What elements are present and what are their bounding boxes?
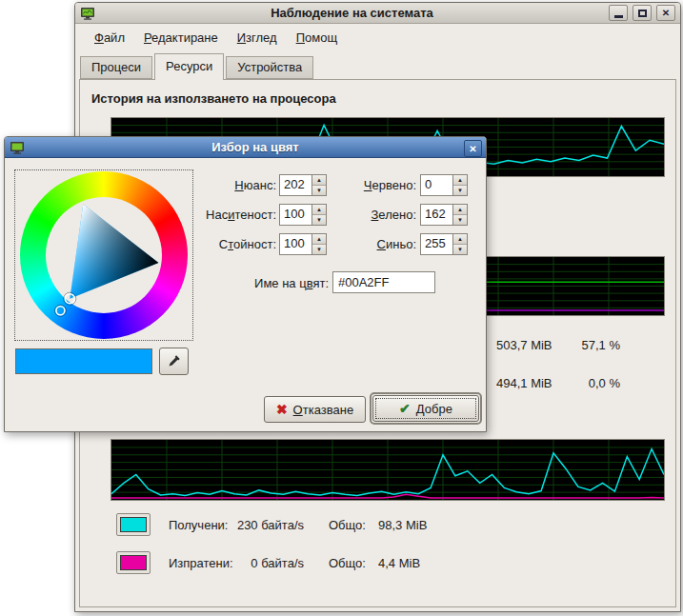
sent-color-swatch[interactable] xyxy=(116,551,151,574)
color-name-input[interactable]: #00A2FF xyxy=(332,271,435,293)
swap-used-value: 494,1 MiB xyxy=(496,376,552,390)
maximize-button[interactable] xyxy=(633,5,652,21)
received-value: 230 байта/s xyxy=(216,518,304,532)
saturation-down-button[interactable]: ▼ xyxy=(312,214,326,225)
eyedropper-icon xyxy=(167,354,181,368)
received-color-swatch[interactable] xyxy=(116,513,151,536)
color-preview xyxy=(15,348,152,374)
received-total-value: 98,3 MiB xyxy=(378,518,427,532)
ok-button[interactable]: ✔ Добре xyxy=(372,395,479,422)
hue-up-button[interactable]: ▲ xyxy=(312,175,326,185)
red-up-button[interactable]: ▲ xyxy=(453,175,467,185)
blue-spinbox: 255 ▲▼ xyxy=(420,233,468,255)
received-color-fill xyxy=(120,517,147,532)
sent-total-label: Общо: xyxy=(329,556,366,570)
green-label: Зелено: xyxy=(338,204,416,226)
green-up-button[interactable]: ▲ xyxy=(453,205,467,214)
color-picker-dialog: Избор на цвят ✕ xyxy=(4,136,487,432)
menu-help[interactable]: Помощ xyxy=(287,26,347,50)
window-title: Наблюдение на системата xyxy=(100,6,604,20)
color-name-label: Име на цвят: xyxy=(219,272,329,294)
memory-used-value: 503,7 MiB xyxy=(496,338,552,352)
green-down-button[interactable]: ▼ xyxy=(453,214,467,225)
tab-processes[interactable]: Процеси xyxy=(80,56,152,79)
minimize-icon xyxy=(614,15,623,18)
dialog-close-icon: ✕ xyxy=(469,144,476,154)
main-titlebar[interactable]: Наблюдение на системата ✕ xyxy=(75,3,680,24)
blue-input[interactable]: 255 xyxy=(421,234,452,254)
tab-devices[interactable]: Устройства xyxy=(226,56,313,79)
menu-view[interactable]: Изглед xyxy=(228,26,287,50)
dialog-title: Избор на цвят xyxy=(30,140,481,154)
blue-down-button[interactable]: ▼ xyxy=(453,244,467,254)
tab-resources[interactable]: Ресурси xyxy=(154,53,224,80)
hue-spinbox: 202 ▲▼ xyxy=(279,174,327,196)
dialog-app-icon xyxy=(10,140,25,155)
menu-edit[interactable]: Редактиране xyxy=(134,26,228,50)
close-icon: ✕ xyxy=(662,9,670,18)
hue-input[interactable]: 202 xyxy=(280,175,311,195)
value-down-button[interactable]: ▼ xyxy=(312,244,326,254)
cancel-button[interactable]: ✖ Отказване xyxy=(264,396,366,423)
green-spinbox: 162 ▲▼ xyxy=(420,204,468,226)
network-history-chart xyxy=(110,439,665,501)
cancel-label: Отказване xyxy=(293,403,354,417)
ok-button-default-ring: ✔ Добре xyxy=(370,392,482,425)
saturation-input[interactable]: 100 xyxy=(280,205,311,225)
red-spinbox: 0 ▲▼ xyxy=(420,174,468,196)
received-total-label: Общо: xyxy=(329,518,366,532)
dialog-close-button[interactable]: ✕ xyxy=(464,140,482,157)
sent-color-fill xyxy=(120,555,147,570)
maximize-icon xyxy=(638,10,647,17)
menu-file[interactable]: Файл xyxy=(85,26,134,50)
sent-value: 0 байта/s xyxy=(216,556,304,570)
red-input[interactable]: 0 xyxy=(421,175,452,195)
blue-up-button[interactable]: ▲ xyxy=(453,234,467,244)
close-button[interactable]: ✕ xyxy=(656,5,675,21)
value-input[interactable]: 100 xyxy=(280,234,311,254)
ok-icon: ✔ xyxy=(399,402,411,415)
minimize-button[interactable] xyxy=(609,5,628,21)
sent-total-value: 4,4 MiB xyxy=(378,556,420,570)
app-icon xyxy=(80,6,95,21)
saturation-value-triangle[interactable] xyxy=(20,171,188,339)
swap-used-percent: 0,0 % xyxy=(552,376,620,390)
tabbar: Процеси Ресурси Устройства xyxy=(80,54,315,80)
hue-label: Нюанс: xyxy=(167,174,276,196)
ok-label: Добре xyxy=(416,402,452,416)
eyedropper-button[interactable] xyxy=(159,348,189,375)
saturation-up-button[interactable]: ▲ xyxy=(312,205,326,214)
blue-label: Синьо: xyxy=(338,233,416,255)
value-spinbox: 100 ▲▼ xyxy=(279,233,327,255)
green-input[interactable]: 162 xyxy=(421,205,452,225)
cpu-section-title: История на използването на процесора xyxy=(91,91,336,106)
value-up-button[interactable]: ▲ xyxy=(312,234,326,244)
saturation-spinbox: 100 ▲▼ xyxy=(279,204,327,226)
saturation-label: Наситеност: xyxy=(167,204,276,226)
hue-down-button[interactable]: ▼ xyxy=(312,185,326,195)
memory-used-percent: 57,1 % xyxy=(552,338,620,352)
cancel-icon: ✖ xyxy=(276,403,288,416)
dialog-titlebar[interactable]: Избор на цвят xyxy=(5,137,486,158)
red-label: Червено: xyxy=(338,174,416,196)
menubar: Файл Редактиране Изглед Помощ xyxy=(77,25,678,50)
value-label: Стойност: xyxy=(167,233,276,255)
red-down-button[interactable]: ▼ xyxy=(453,185,467,195)
